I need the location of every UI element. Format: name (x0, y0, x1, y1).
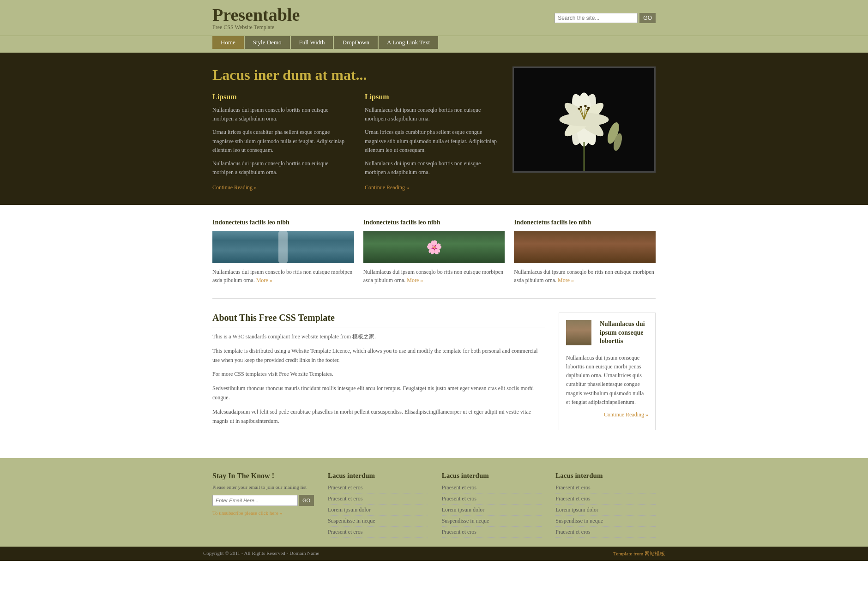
card3-body: Nullamlacus dui ipsum conseqlo bo rttis … (514, 268, 656, 284)
svg-point-15 (578, 108, 580, 110)
about-p1: This is a W3C standards compliant free w… (212, 332, 545, 341)
unsubscribe-text: To unsubscribe please click here » (212, 510, 314, 517)
footer: Stay In The Know ! Please enter your ema… (0, 458, 868, 547)
footer-link[interactable]: Praesent et eros (442, 529, 476, 535)
nav-item-long-link[interactable]: A Long Link Text (379, 36, 438, 49)
card-3: Indonectetus facilis leo nibh Nullamlacu… (514, 219, 656, 284)
footer-col-1: Lacus interdum Praesent et eros Praesent… (328, 472, 428, 540)
search-button[interactable]: GO (639, 13, 656, 23)
about-p4: Sedvestibulum rhoncus rhoncus mauris tin… (212, 384, 545, 403)
footer-link[interactable]: Praesent et eros (555, 484, 590, 491)
footer-link[interactable]: Praesent et eros (442, 495, 476, 502)
list-item: Lorem ipsum dolor (328, 506, 428, 516)
card3-title: Indonectetus facilis leo nibh (514, 219, 656, 226)
list-item: Praesent et eros (555, 529, 656, 538)
footer-link[interactable]: Lorem ipsum dolor (442, 506, 485, 513)
footer-link[interactable]: Lorem ipsum dolor (555, 506, 598, 513)
card3-image (514, 231, 656, 263)
hero-col1-p2: Urnau ltrices quis curabitur pha sellent… (212, 128, 351, 155)
template-credit-link[interactable]: Template from 网站模板 (613, 551, 665, 556)
list-item: Lorem ipsum dolor (442, 506, 542, 516)
card1-body: Nullamlacus dui ipsum conseqlo bo rttis … (212, 268, 354, 284)
list-item: Praesent et eros (442, 529, 542, 538)
sidebar-heading: Nullamlacus dui ipsum conseque loborttis (600, 320, 648, 345)
main-content: Indonectetus facilis leo nibh Nullamlacu… (0, 205, 868, 458)
footer-col-3: Lacus interdum Praesent et eros Praesent… (555, 472, 656, 540)
footer-col1-list: Praesent et eros Praesent et eros Lorem … (328, 484, 428, 538)
svg-point-16 (586, 109, 589, 111)
card1-more-link[interactable]: More » (256, 277, 272, 283)
card2-image (363, 231, 505, 263)
card3-more-link[interactable]: More » (558, 277, 574, 283)
about-p2: This template is distributed using a Web… (212, 346, 545, 365)
hero-col2-p2: Urnau ltrices quis curabitur pha sellent… (365, 128, 503, 155)
footer-link[interactable]: Lorem ipsum dolor (328, 506, 371, 513)
hero-col2-continue[interactable]: Continue Reading » (365, 184, 409, 191)
subscribe-title: Stay In The Know ! (212, 472, 314, 480)
subscribe-button[interactable]: GO (299, 495, 314, 506)
list-item: Praesent et eros (555, 495, 656, 505)
card1-title: Indonectetus facilis leo nibh (212, 219, 354, 226)
header: Presentable Free CSS Website Template GO… (0, 0, 868, 53)
card-1: Indonectetus facilis leo nibh Nullamlacu… (212, 219, 354, 284)
about-p5: Malesuadaipsum vel felit sed pede curabi… (212, 407, 545, 426)
search-input[interactable] (555, 13, 638, 23)
unsubscribe-link[interactable]: To unsubscribe please click here » (212, 510, 282, 516)
subscribe-form: GO (212, 495, 314, 506)
search-area: GO (555, 13, 656, 23)
sidebar-continue-link[interactable]: Continue Reading » (566, 411, 648, 418)
hero-col2-p3: Nullamlacus dui ipsum conseqlo borttis n… (365, 159, 503, 177)
sidebar-body: Nullamlacus dui ipsum conseque loborttis… (566, 354, 648, 407)
footer-link[interactable]: Praesent et eros (555, 495, 590, 502)
card2-title: Indonectetus facilis leo nibh (363, 219, 505, 226)
hero-col1-heading: Lipsum (212, 93, 351, 101)
svg-point-12 (579, 106, 582, 108)
footer-col1-title: Lacus interdum (328, 472, 428, 480)
footer-link[interactable]: Praesent et eros (328, 495, 362, 502)
bottom-bar: Copyright © 2011 - All Rights Reserved -… (0, 547, 868, 561)
hero-col2-heading: Lipsum (365, 93, 503, 101)
list-item: Praesent et eros (328, 484, 428, 494)
footer-link[interactable]: Praesent et eros (555, 529, 590, 535)
about-section: About This Free CSS Template This is a W… (212, 313, 656, 430)
footer-col2-title: Lacus interdum (442, 472, 542, 480)
footer-link[interactable]: Suspendisse in neque (442, 518, 489, 524)
list-item: Suspendisse in neque (442, 518, 542, 527)
card2-body: Nullamlacus dui ipsum conseqlo bo rttis … (363, 268, 505, 284)
footer-link[interactable]: Praesent et eros (328, 529, 362, 535)
hero-flower-image (512, 66, 656, 173)
hero-col2-p1: Nullamlacus dui ipsum conseqlo borttis n… (365, 106, 503, 123)
list-item: Lorem ipsum dolor (555, 506, 656, 516)
subscribe-desc: Please enter your email to join our mail… (212, 484, 314, 491)
template-credit: Template from 网站模板 (613, 550, 665, 557)
footer-link[interactable]: Suspendisse in neque (555, 518, 603, 524)
hero-section: Lacus iner dum at mat... Lipsum Nullamla… (0, 53, 868, 205)
hero-col-1: Lipsum Nullamlacus dui ipsum conseqlo bo… (212, 93, 351, 191)
hero-col1-continue[interactable]: Continue Reading » (212, 184, 257, 191)
cards-section: Indonectetus facilis leo nibh Nullamlacu… (212, 219, 656, 299)
list-item: Praesent et eros (442, 495, 542, 505)
footer-link[interactable]: Praesent et eros (442, 484, 476, 491)
nav-item-full-width[interactable]: Full Width (291, 36, 333, 49)
hero-title: Lacus iner dum at mat... (212, 66, 503, 84)
nav-item-dropdown[interactable]: DropDown (334, 36, 378, 49)
list-item: Suspendisse in neque (328, 518, 428, 527)
hero-image (512, 66, 656, 173)
hero-col1-p3: Nullamlacus dui ipsum conseqlo borttis n… (212, 159, 351, 177)
hero-col1-p1: Nullamlacus dui ipsum conseqlo borttis n… (212, 106, 351, 123)
list-item: Suspendisse in neque (555, 518, 656, 527)
card-2: Indonectetus facilis leo nibh Nullamlacu… (363, 219, 505, 284)
email-input[interactable] (212, 495, 298, 506)
footer-subscribe: Stay In The Know ! Please enter your ema… (212, 472, 314, 540)
about-left: About This Free CSS Template This is a W… (212, 313, 545, 430)
list-item: Praesent et eros (442, 484, 542, 494)
nav-item-style-demo[interactable]: Style Demo (245, 36, 290, 49)
hero-content: Lacus iner dum at mat... Lipsum Nullamla… (212, 66, 503, 191)
navigation: Home Style Demo Full Width DropDown A Lo… (0, 36, 868, 53)
footer-link[interactable]: Suspendisse in neque (328, 518, 375, 524)
svg-point-13 (584, 105, 587, 107)
nav-item-home[interactable]: Home (212, 36, 244, 49)
card2-more-link[interactable]: More » (407, 277, 423, 283)
list-item: Praesent et eros (555, 484, 656, 494)
footer-link[interactable]: Praesent et eros (328, 484, 362, 491)
